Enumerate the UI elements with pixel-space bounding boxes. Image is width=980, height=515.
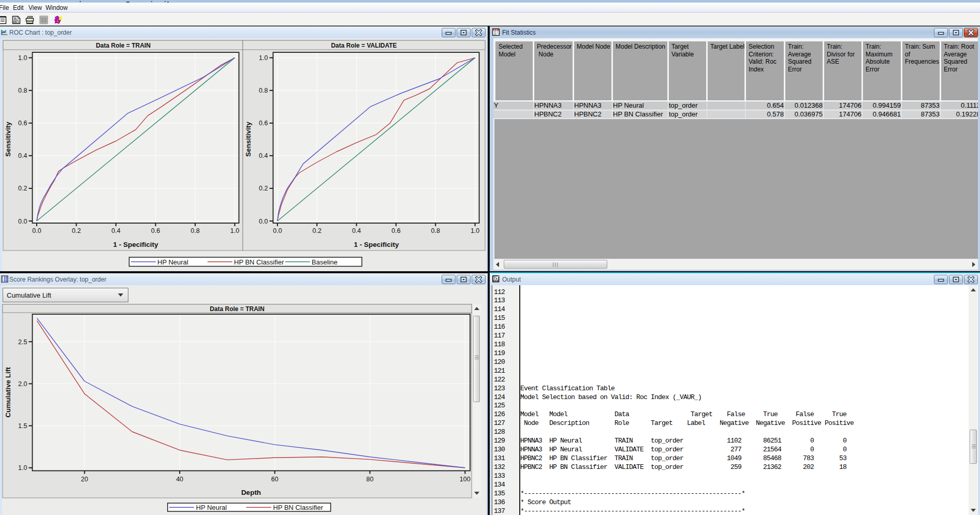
svg-text:0.8: 0.8 xyxy=(191,227,199,234)
svg-text:0.2: 0.2 xyxy=(259,185,268,192)
svg-text:0.0: 0.0 xyxy=(32,227,41,234)
svg-text:1.0: 1.0 xyxy=(18,464,27,472)
svg-text:20: 20 xyxy=(81,476,88,483)
svg-text:2.0: 2.0 xyxy=(18,380,27,388)
svg-text:0.4: 0.4 xyxy=(352,227,361,234)
svg-text:0.4: 0.4 xyxy=(111,227,120,234)
svg-text:Data Role = TRAIN: Data Role = TRAIN xyxy=(210,305,265,313)
svg-text:0.6: 0.6 xyxy=(391,227,400,234)
svg-text:HP Neural: HP Neural xyxy=(196,504,227,511)
svg-text:0.8: 0.8 xyxy=(431,227,440,234)
svg-text:60: 60 xyxy=(271,476,279,483)
svg-text:0.6: 0.6 xyxy=(18,120,27,127)
svg-text:HP BN Classifier: HP BN Classifier xyxy=(273,504,324,511)
svg-text:Cumulative Lift: Cumulative Lift xyxy=(4,367,12,418)
svg-text:0.4: 0.4 xyxy=(18,152,27,159)
svg-text:Data Role = TRAIN: Data Role = TRAIN xyxy=(96,42,151,49)
svg-text:Data Role = VALIDATE: Data Role = VALIDATE xyxy=(331,42,397,49)
svg-text:1.0: 1.0 xyxy=(18,54,27,62)
svg-text:100: 100 xyxy=(460,476,471,483)
svg-text:0.4: 0.4 xyxy=(259,152,268,159)
svg-text:80: 80 xyxy=(367,476,374,483)
svg-text:0.2: 0.2 xyxy=(18,185,27,192)
svg-text:1.5: 1.5 xyxy=(18,422,27,430)
svg-text:Baseline: Baseline xyxy=(312,258,338,266)
svg-text:0.0: 0.0 xyxy=(273,227,282,234)
svg-text:1 - Specificity: 1 - Specificity xyxy=(113,241,158,248)
svg-text:Sensitivity: Sensitivity xyxy=(244,122,252,157)
svg-text:HP Neural: HP Neural xyxy=(157,258,188,266)
svg-text:1.0: 1.0 xyxy=(259,54,268,62)
svg-text:1 - Specificity: 1 - Specificity xyxy=(354,241,399,248)
svg-text:Depth: Depth xyxy=(241,489,261,496)
svg-text:1.0: 1.0 xyxy=(471,227,479,234)
svg-text:0.8: 0.8 xyxy=(259,87,268,94)
svg-text:0.6: 0.6 xyxy=(259,120,268,127)
svg-text:0.0: 0.0 xyxy=(18,218,27,225)
svg-text:40: 40 xyxy=(176,476,183,483)
svg-text:2.5: 2.5 xyxy=(18,339,27,346)
svg-text:0.2: 0.2 xyxy=(313,227,321,234)
svg-text:0.2: 0.2 xyxy=(72,227,81,234)
svg-text:Sensitivity: Sensitivity xyxy=(4,122,12,157)
svg-text:1.0: 1.0 xyxy=(230,227,239,234)
svg-text:HP BN Classifier: HP BN Classifier xyxy=(234,258,284,266)
svg-text:0.8: 0.8 xyxy=(18,87,27,94)
svg-text:0.0: 0.0 xyxy=(259,218,268,225)
svg-text:0.6: 0.6 xyxy=(151,227,160,234)
